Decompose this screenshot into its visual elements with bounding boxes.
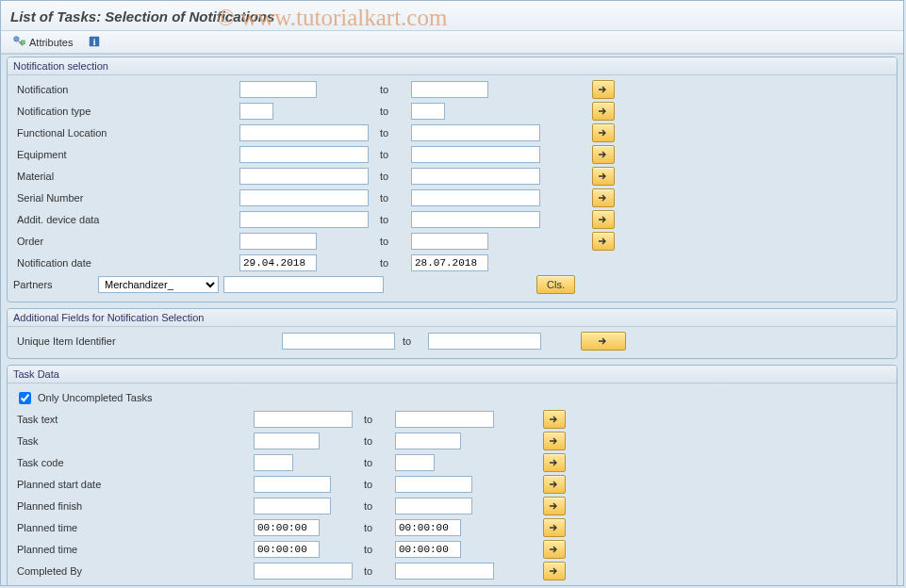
attributes-icon (12, 35, 25, 50)
to-label: to (353, 544, 395, 555)
multiple-selection-button[interactable] (543, 497, 566, 515)
serial-to-input[interactable] (411, 189, 540, 206)
partners-value-input[interactable] (223, 276, 384, 293)
planned-start-to-input[interactable] (395, 476, 472, 493)
label-addit-dev: Addit. device data (13, 214, 239, 225)
arrow-right-icon (549, 499, 560, 514)
arrow-right-icon (549, 456, 560, 470)
uii-to-input[interactable] (428, 333, 541, 350)
toolbar: Attributes i (1, 31, 903, 55)
only-uncompleted-text: Only Uncompleted Tasks (38, 392, 152, 403)
svg-rect-1 (22, 41, 25, 44)
multiple-selection-button[interactable] (592, 102, 615, 121)
planned-time1-from-input[interactable] (254, 519, 320, 536)
label-equipment: Equipment (13, 149, 239, 160)
multiple-selection-button[interactable] (592, 210, 615, 229)
row-unique-item-identifier: Unique Item Identifier to (13, 331, 891, 351)
equipment-from-input[interactable] (239, 146, 369, 163)
row-task-text: Task text to (13, 409, 891, 430)
info-button[interactable]: i (86, 33, 103, 52)
task-code-to-input[interactable] (395, 454, 435, 471)
to-label: to (369, 106, 411, 117)
svg-point-0 (14, 36, 19, 41)
task-code-from-input[interactable] (254, 454, 293, 471)
multiple-selection-button[interactable] (543, 410, 566, 429)
task-text-from-input[interactable] (254, 411, 353, 428)
completed-by-to-input[interactable] (395, 563, 494, 580)
completed-by-from-input[interactable] (254, 563, 353, 580)
func-loc-to-input[interactable] (411, 124, 540, 141)
row-completed-by: Completed By to (13, 561, 891, 581)
arrow-right-icon (549, 564, 560, 579)
to-label: to (369, 171, 411, 182)
row-functional-location: Functional Location to (13, 122, 891, 143)
multiple-selection-button[interactable] (592, 188, 615, 207)
arrow-right-icon (598, 105, 609, 119)
to-label: to (353, 565, 395, 577)
planned-finish-to-input[interactable] (395, 498, 472, 514)
row-addit-device-data: Addit. device data to (13, 209, 891, 230)
addit-dev-from-input[interactable] (239, 211, 369, 228)
arrow-right-icon (598, 235, 609, 249)
only-uncompleted-label[interactable]: Only Uncompleted Tasks (15, 389, 152, 407)
to-label: to (353, 479, 395, 490)
notif-date-to-input[interactable] (411, 254, 488, 271)
notif-date-from-input[interactable] (239, 254, 317, 271)
task-to-input[interactable] (395, 433, 461, 449)
task-from-input[interactable] (254, 433, 320, 449)
info-icon: i (88, 35, 101, 50)
label-notification: Notification (13, 84, 239, 95)
planned-time2-to-input[interactable] (395, 541, 461, 558)
row-planned-start-date: Planned start date to (13, 474, 891, 495)
material-to-input[interactable] (411, 168, 540, 185)
multiple-selection-button[interactable] (592, 232, 615, 251)
label-func-loc: Functional Location (13, 127, 239, 139)
to-label: to (369, 127, 411, 139)
material-from-input[interactable] (239, 168, 369, 185)
multiple-selection-button[interactable] (543, 475, 566, 494)
cls-button[interactable]: Cls. (536, 275, 575, 294)
multiple-selection-button[interactable] (543, 432, 566, 450)
arrow-right-icon (598, 148, 609, 162)
title-bar: List of Tasks: Selection of Notification… (1, 1, 903, 31)
notif-type-from-input[interactable] (239, 103, 273, 120)
multiple-selection-button[interactable] (592, 167, 615, 186)
equipment-to-input[interactable] (411, 146, 540, 163)
multiple-selection-button[interactable] (543, 453, 566, 472)
planned-finish-from-input[interactable] (254, 498, 331, 514)
arrow-right-icon (598, 170, 609, 184)
order-from-input[interactable] (239, 233, 317, 250)
label-material: Material (13, 171, 239, 182)
multiple-selection-button[interactable] (543, 562, 566, 580)
addit-dev-to-input[interactable] (411, 211, 540, 228)
attributes-button[interactable]: Attributes (7, 34, 78, 51)
order-to-input[interactable] (411, 233, 488, 250)
planned-start-from-input[interactable] (254, 476, 331, 493)
label-task-code: Task code (13, 457, 254, 468)
partners-select[interactable]: Merchandizer_ (98, 276, 219, 293)
multiple-selection-button[interactable] (592, 80, 615, 99)
label-notif-date: Notification date (13, 257, 239, 269)
label-planned-start: Planned start date (13, 479, 254, 490)
notification-from-input[interactable] (239, 81, 317, 98)
arrow-right-icon (549, 413, 560, 427)
label-partners: Partners (13, 279, 98, 290)
notif-type-to-input[interactable] (411, 103, 445, 120)
func-loc-from-input[interactable] (239, 124, 369, 141)
planned-time2-from-input[interactable] (254, 541, 320, 558)
multiple-selection-button[interactable] (543, 518, 566, 537)
row-notification-date: Notification date to (13, 253, 891, 273)
arrow-right-icon (549, 521, 560, 535)
row-planned-time-2: Planned time to (13, 539, 891, 560)
multiple-selection-button[interactable] (592, 145, 615, 164)
task-text-to-input[interactable] (395, 411, 494, 428)
multiple-selection-button[interactable] (581, 332, 626, 351)
planned-time1-to-input[interactable] (395, 519, 461, 536)
only-uncompleted-checkbox[interactable] (19, 392, 31, 404)
notification-to-input[interactable] (411, 81, 488, 98)
serial-from-input[interactable] (239, 189, 369, 206)
multiple-selection-button[interactable] (543, 540, 566, 559)
uii-from-input[interactable] (282, 333, 395, 350)
row-task-code: Task code to (13, 452, 891, 473)
multiple-selection-button[interactable] (592, 123, 615, 142)
